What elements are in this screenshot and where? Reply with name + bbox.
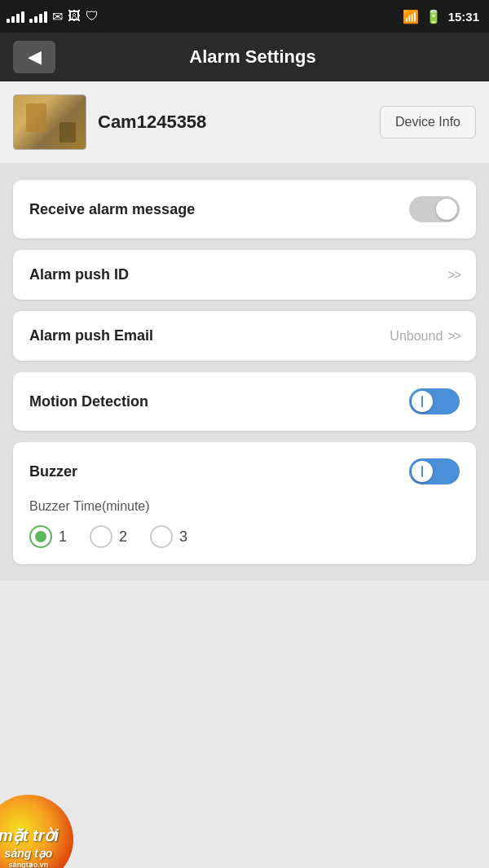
- motion-detection-toggle[interactable]: [409, 388, 460, 414]
- alarm-push-id-value: >>: [447, 268, 460, 283]
- alarm-push-id-card[interactable]: Alarm push ID >>: [13, 250, 476, 300]
- buzzer-radio-group: 1 2 3: [29, 525, 460, 548]
- radio-dot-1: [35, 531, 46, 542]
- radio-circle-1: [29, 525, 52, 548]
- buzzer-card: Buzzer Buzzer Time(minute) 1 2 3: [13, 442, 476, 564]
- status-bar: ✉ 🖼 🛡 📶 🔋 15:31: [0, 0, 489, 33]
- toggle-knob-receive: [436, 199, 457, 220]
- camera-section: Cam1245358 Device Info: [0, 81, 489, 164]
- motion-detection-card: Motion Detection: [13, 372, 476, 431]
- alarm-push-id-label: Alarm push ID: [29, 266, 129, 283]
- page-title: Alarm Settings: [72, 46, 434, 68]
- radio-circle-2: [90, 525, 112, 548]
- back-button[interactable]: ◀: [13, 41, 55, 73]
- image-icon: 🖼: [68, 9, 81, 24]
- receive-alarm-card: Receive alarm message: [13, 180, 476, 239]
- receive-alarm-row: Receive alarm message: [29, 196, 460, 222]
- toggle-knob-buzzer: [412, 461, 433, 482]
- header: ◀ Alarm Settings: [0, 33, 489, 81]
- signal2-icon: [29, 10, 47, 23]
- radio-label-2: 2: [119, 528, 127, 546]
- signal1-icon: [7, 10, 24, 23]
- status-right: 📶 🔋 15:31: [403, 9, 479, 24]
- buzzer-row: Buzzer: [29, 458, 460, 484]
- chevron-icon-email: >>: [447, 329, 460, 344]
- watermark: mặt trời sáng tạo sángtạo.vn: [0, 787, 114, 868]
- shield-icon: 🛡: [86, 9, 99, 24]
- motion-detection-row: Motion Detection: [29, 388, 460, 414]
- alarm-push-email-row: Alarm push Email Unbound >>: [29, 327, 460, 344]
- device-info-button[interactable]: Device Info: [380, 106, 476, 138]
- alarm-push-id-row: Alarm push ID >>: [29, 266, 460, 283]
- watermark-text: mặt trời sáng tạo sángtạo.vn: [0, 809, 67, 868]
- buzzer-toggle[interactable]: [409, 458, 460, 484]
- radio-item-3[interactable]: 3: [150, 525, 187, 548]
- receive-alarm-toggle[interactable]: [409, 196, 460, 222]
- chevron-icon-id: >>: [447, 268, 460, 283]
- wifi-icon: 📶: [403, 9, 419, 24]
- radio-label-3: 3: [179, 528, 187, 546]
- buzzer-time-label: Buzzer Time(minute): [29, 499, 460, 514]
- back-icon: ◀: [28, 46, 42, 68]
- radio-label-1: 1: [59, 528, 67, 546]
- watermark-circle: mặt trời sáng tạo sángtạo.vn: [0, 795, 73, 868]
- camera-thumbnail: [13, 94, 86, 150]
- clock: 15:31: [448, 10, 479, 24]
- watermark-line3: sángtạo.vn: [0, 861, 59, 868]
- mail-icon: ✉: [52, 9, 63, 24]
- unbound-text: Unbound: [390, 329, 443, 344]
- toggle-line-buzzer: [421, 466, 423, 477]
- radio-item-2[interactable]: 2: [90, 525, 127, 548]
- camera-left: Cam1245358: [13, 94, 206, 150]
- alarm-push-email-label: Alarm push Email: [29, 327, 153, 344]
- battery-icon: 🔋: [425, 9, 442, 24]
- buzzer-label: Buzzer: [29, 463, 77, 480]
- camera-name: Cam1245358: [98, 112, 206, 133]
- watermark-line1: mặt trời: [0, 825, 59, 846]
- alarm-push-email-card[interactable]: Alarm push Email Unbound >>: [13, 311, 476, 361]
- motion-detection-label: Motion Detection: [29, 393, 148, 410]
- content-area: Receive alarm message Alarm push ID >> A…: [0, 164, 489, 581]
- alarm-push-email-value: Unbound >>: [390, 329, 460, 344]
- radio-item-1[interactable]: 1: [29, 525, 67, 548]
- status-left: ✉ 🖼 🛡: [7, 9, 99, 24]
- toggle-knob-motion: [412, 391, 433, 412]
- radio-circle-3: [150, 525, 173, 548]
- watermark-line2: sáng tạo: [0, 846, 59, 861]
- receive-alarm-label: Receive alarm message: [29, 201, 195, 218]
- toggle-line-motion: [421, 396, 423, 407]
